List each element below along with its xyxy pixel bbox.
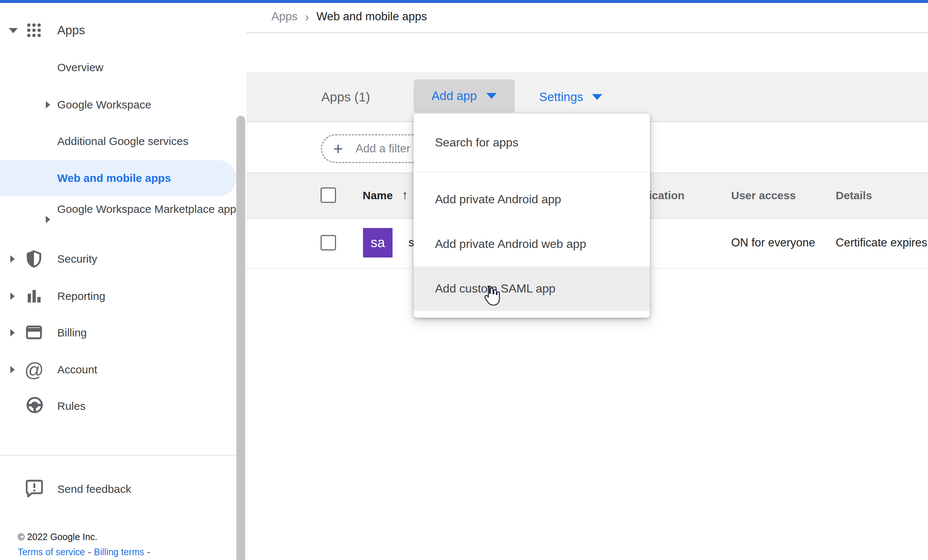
bar-chart-icon	[26, 288, 42, 304]
select-all-checkbox[interactable]	[321, 187, 336, 203]
menu-item-add-private-android-web-app[interactable]: Add private Android web app	[414, 222, 650, 266]
breadcrumb: Apps › Web and mobile apps	[272, 8, 427, 25]
header-divider	[246, 32, 928, 33]
sidebar-section-label: Apps	[57, 23, 85, 37]
chevron-down-icon[interactable]	[9, 28, 18, 33]
sidebar-item-billing[interactable]: Billing	[57, 324, 87, 342]
hand-cursor-icon	[480, 285, 501, 308]
link-separator: -	[85, 547, 94, 557]
breadcrumb-parent[interactable]: Apps	[272, 10, 298, 23]
sidebar-item-label: Rules	[57, 400, 85, 412]
menu-item-add-private-android-app[interactable]: Add private Android app	[414, 177, 650, 222]
sidebar-item-google-workspace[interactable]: Google Workspace	[57, 96, 151, 114]
sidebar-item-label: Google Workspace	[57, 99, 151, 111]
steering-wheel-icon	[26, 397, 43, 414]
add-app-label: Add app	[432, 89, 477, 103]
sidebar-item-label: Security	[57, 253, 97, 265]
sidebar-footer-divider	[0, 455, 237, 456]
send-feedback-label: Send feedback	[57, 483, 131, 495]
add-filter-label: Add a filter	[356, 142, 410, 155]
apps-grid-icon	[26, 22, 42, 38]
menu-item-search-for-apps[interactable]: Search for apps	[414, 114, 650, 172]
copyright-text: © 2022 Google Inc.	[18, 530, 98, 543]
sidebar-item-reporting[interactable]: Reporting	[57, 287, 105, 306]
link-separator: -	[144, 547, 153, 557]
menu-item-label: Add private Android app	[435, 193, 561, 206]
sidebar-item-gw-marketplace-apps[interactable]: Google Workspace Marketplace apps	[57, 200, 168, 218]
dropdown-arrow-icon	[592, 94, 602, 100]
footer-links: Terms of service - Billing terms -	[18, 545, 153, 558]
sidebar-item-account[interactable]: Account	[57, 361, 97, 379]
top-accent-bar	[0, 0, 928, 3]
credit-card-icon	[26, 326, 42, 339]
sidebar-section-apps[interactable]: Apps	[57, 21, 85, 40]
menu-item-label: Add private Android web app	[435, 237, 586, 251]
at-sign-icon: @	[24, 360, 44, 379]
add-app-button[interactable]: Add app	[414, 79, 515, 113]
breadcrumb-chevron-icon: ›	[298, 9, 316, 24]
settings-label: Settings	[539, 90, 583, 104]
chevron-right-icon[interactable]	[46, 101, 50, 108]
column-header-name[interactable]: Name	[363, 186, 393, 205]
chevron-right-icon[interactable]	[10, 292, 15, 300]
sidebar-item-label: Account	[57, 364, 97, 376]
sidebar-item-additional-google-services[interactable]: Additional Google services	[57, 132, 188, 151]
sidebar-item-overview[interactable]: Overview	[57, 58, 104, 77]
admin-console-page: Apps Overview Google Workspace Additiona…	[0, 0, 928, 560]
details-cell: Certificate expires	[836, 233, 927, 252]
shield-icon	[26, 250, 42, 268]
sort-ascending-icon[interactable]: ↑	[402, 186, 408, 204]
chevron-right-icon[interactable]	[10, 255, 15, 263]
chevron-right-icon[interactable]	[10, 366, 15, 373]
sidebar-item-label: Billing	[57, 327, 87, 339]
sidebar-item-rules[interactable]: Rules	[57, 397, 85, 415]
menu-item-add-custom-saml-app[interactable]: Add custom SAML app	[414, 266, 650, 311]
sidebar-item-label: Google Workspace Marketplace apps	[57, 203, 242, 215]
app-avatar: sa	[363, 228, 392, 257]
sidebar-item-web-and-mobile-apps[interactable]: Web and mobile apps	[57, 169, 171, 187]
column-header-details[interactable]: Details	[836, 186, 872, 205]
column-header-user-access[interactable]: User access	[731, 186, 796, 205]
send-feedback-button[interactable]: Send feedback	[57, 480, 131, 498]
feedback-icon	[26, 479, 43, 497]
apps-count-title: Apps (1)	[321, 88, 370, 106]
breadcrumb-current: Web and mobile apps	[316, 10, 427, 23]
column-header-authentication: ication	[649, 186, 685, 205]
sidebar-item-label: Overview	[57, 61, 104, 74]
settings-button[interactable]: Settings	[539, 88, 602, 106]
sidebar-item-label: Web and mobile apps	[57, 172, 171, 184]
plus-icon: +	[333, 140, 343, 157]
terms-of-service-link[interactable]: Terms of service	[18, 547, 85, 557]
sidebar-item-security[interactable]: Security	[57, 250, 97, 268]
menu-spacer	[414, 172, 650, 177]
billing-terms-link[interactable]: Billing terms	[94, 547, 144, 557]
sidebar-scrollbar[interactable]	[237, 116, 245, 560]
user-access-cell: ON for everyone	[731, 233, 815, 252]
chevron-right-icon[interactable]	[46, 216, 50, 223]
menu-item-label: Search for apps	[435, 136, 519, 149]
sidebar-item-label: Additional Google services	[57, 135, 188, 148]
chevron-right-icon[interactable]	[10, 329, 15, 336]
sidebar-item-label: Reporting	[57, 290, 105, 303]
add-app-menu: Search for apps Add private Android app …	[414, 114, 650, 318]
dropdown-arrow-icon	[486, 93, 497, 99]
avatar-initials: sa	[370, 235, 385, 251]
row-checkbox[interactable]	[321, 235, 336, 251]
